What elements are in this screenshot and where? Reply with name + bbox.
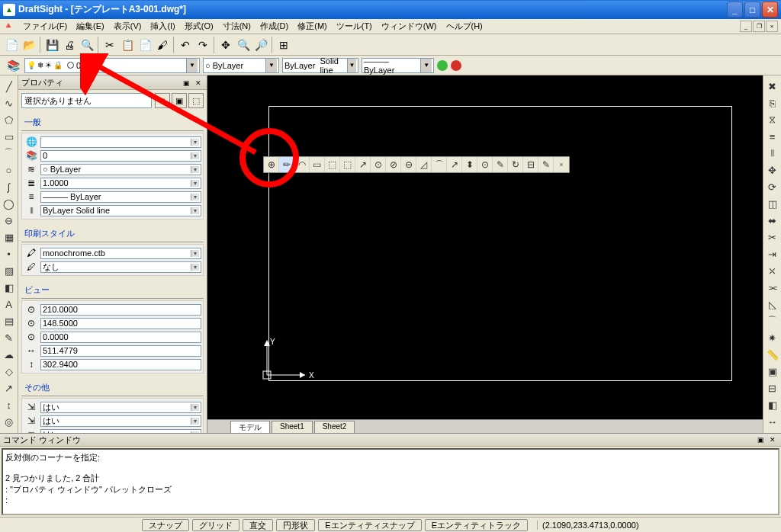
dim-ord-icon[interactable]: ⬚ — [340, 157, 355, 172]
cut-icon[interactable]: ✂ — [101, 37, 118, 53]
polygon-icon[interactable]: ⬠ — [2, 112, 17, 127]
property-field[interactable]: ○ ByLayer — [40, 164, 201, 175]
offset-icon[interactable]: ≡ — [765, 129, 780, 144]
redo-icon[interactable]: ↷ — [194, 37, 211, 53]
text-icon[interactable]: A — [2, 296, 17, 312]
paste-icon[interactable]: 📄 — [137, 37, 153, 53]
extend-icon[interactable]: ⇥ — [765, 246, 780, 261]
maximize-button[interactable]: □ — [744, 2, 760, 18]
snap-center-icon[interactable]: ◠ — [294, 157, 310, 172]
new-icon[interactable]: 📄 — [3, 37, 20, 53]
dim-linear-icon[interactable]: ▭ — [310, 157, 325, 172]
dim-leader-icon[interactable]: ↗ — [447, 157, 462, 172]
properties-body[interactable]: 一般 🌐 📚0≋○ ByLayer≣1.0000≡——— ByLayer⦀ByL… — [18, 111, 207, 433]
dropdown-icon[interactable]: ▼ — [186, 59, 198, 72]
ray-icon[interactable]: ↗ — [2, 380, 17, 396]
dim-aligned-icon[interactable]: ⬚ — [325, 157, 340, 172]
line-icon[interactable]: ╱ — [2, 79, 17, 94]
layer-manager-icon[interactable]: 📚 — [5, 57, 21, 74]
property-field[interactable]: ByLayer Solid line — [40, 205, 201, 216]
ellipse-arc-icon[interactable]: ⊖ — [2, 213, 17, 228]
fillet-icon[interactable]: ⌒ — [765, 313, 780, 328]
linetype-combo[interactable]: ByLayer Solid line ▼ — [282, 58, 358, 73]
mdi-restore-button[interactable]: ❐ — [753, 21, 765, 32]
donut-icon[interactable]: ◎ — [2, 414, 17, 429]
menu-modify[interactable]: 修正(M) — [293, 19, 332, 34]
arc-icon[interactable]: ⌒ — [2, 146, 17, 161]
circle-icon[interactable]: ○ — [2, 162, 17, 178]
property-field[interactable]: はい — [40, 402, 201, 413]
dropdown-icon[interactable]: ▼ — [265, 59, 277, 72]
dim-arc-icon[interactable]: ⊖ — [401, 157, 416, 172]
print-icon[interactable]: 🖨 — [61, 37, 78, 53]
dim-center-icon[interactable]: ⊙ — [477, 157, 493, 172]
dim-tol-icon[interactable]: ⬍ — [462, 157, 477, 172]
undo-icon[interactable]: ↶ — [177, 37, 194, 53]
wipeout-icon[interactable]: ◇ — [2, 364, 17, 379]
zoom-extents-icon[interactable]: 🔎 — [252, 37, 269, 53]
block-icon[interactable]: ▦ — [2, 229, 17, 245]
pick-icon[interactable]: ⬚ — [188, 93, 204, 108]
polyline-icon[interactable]: ∿ — [2, 95, 17, 111]
scale-icon[interactable]: ◫ — [765, 196, 780, 211]
region-props-icon[interactable]: ◧ — [765, 397, 780, 412]
status-esnap[interactable]: Eエンティティスナップ — [318, 519, 421, 531]
property-field[interactable] — [40, 136, 201, 148]
menu-edit[interactable]: 編集(E) — [72, 19, 109, 34]
snap-endpoint-icon[interactable]: ⊕ — [264, 157, 279, 172]
property-field[interactable]: はい — [40, 415, 201, 427]
dim-override-icon[interactable]: ✎ — [538, 157, 554, 172]
construction-icon[interactable]: ↕ — [2, 397, 17, 412]
rect-icon[interactable]: ▭ — [2, 129, 17, 144]
menu-format[interactable]: 形式(O) — [180, 19, 218, 34]
property-field[interactable]: 210.0000 — [40, 304, 201, 316]
close-button[interactable]: ✕ — [762, 2, 778, 18]
trim-icon[interactable]: ✂ — [765, 229, 780, 245]
pan-icon[interactable]: ✥ — [217, 37, 234, 53]
move-icon[interactable]: ✥ — [765, 162, 780, 178]
tab-sheet2[interactable]: Sheet2 — [314, 421, 355, 433]
dim-radius-icon[interactable]: ↗ — [355, 157, 371, 172]
ellipse-icon[interactable]: ◯ — [2, 196, 17, 211]
copy-icon[interactable]: 📋 — [119, 37, 136, 53]
toolbar-close-icon[interactable]: × — [554, 157, 569, 172]
dock-icon[interactable]: ▣ — [755, 434, 766, 445]
zoom-window-icon[interactable]: 🔍 — [235, 37, 252, 53]
dim-diameter-icon[interactable]: ⊙ — [371, 157, 386, 172]
save-icon[interactable]: 💾 — [43, 37, 60, 53]
floating-dim-toolbar[interactable]: ⊕ ✏ ◠ ▭ ⬚ ⬚ ↗ ⊙ ⊘ ⊖ ◿ ⌒ ↗ ⬍ ⊙ ✎ ↻ ⊟ ✎ × — [263, 156, 570, 173]
drawing-canvas[interactable]: X Y ⊕ ✏ ◠ ▭ ⬚ ⬚ ↗ ⊙ ⊘ ⊖ ◿ ⌒ ↗ ⬍ — [207, 75, 763, 419]
property-field[interactable]: 148.5000 — [40, 318, 201, 329]
paint-icon[interactable]: 🖌 — [154, 37, 171, 53]
dock-icon[interactable]: ▣ — [181, 78, 191, 88]
command-log[interactable]: 反対側のコーナーを指定: 2 見つかりました, 2 合計 : "プロパティ ウィ… — [2, 448, 779, 515]
status-ortho[interactable]: 直交 — [243, 519, 273, 531]
note-icon[interactable]: ✎ — [2, 330, 17, 345]
spline-icon[interactable]: ∫ — [2, 179, 17, 194]
dropdown-icon[interactable]: ▼ — [347, 59, 356, 72]
property-field[interactable]: 1.0000 — [40, 178, 201, 189]
mdi-min-button[interactable]: _ — [740, 21, 752, 32]
open-icon[interactable]: 📂 — [21, 37, 37, 53]
stretch-icon[interactable]: ⬌ — [765, 213, 780, 228]
property-field[interactable]: 0.0000 — [40, 332, 201, 343]
dim-edit-icon[interactable]: ✎ — [493, 157, 508, 172]
minimize-button[interactable]: _ — [727, 2, 743, 18]
cloud-icon[interactable]: ☁ — [2, 347, 17, 362]
mdi-close-button[interactable]: × — [766, 21, 778, 32]
menu-view[interactable]: 表示(V) — [109, 19, 146, 34]
property-field[interactable]: 511.4779 — [40, 345, 201, 357]
break-icon[interactable]: ⤬ — [765, 263, 780, 278]
hatch-icon[interactable]: ▨ — [2, 263, 17, 278]
menu-draw[interactable]: 作成(D) — [256, 19, 293, 34]
measure-icon[interactable]: 📏 — [765, 347, 780, 362]
tab-model[interactable]: モデル — [230, 421, 270, 433]
dim-style-icon[interactable]: ⊟ — [523, 157, 538, 172]
dim-angle-icon[interactable]: ⊘ — [386, 157, 401, 172]
property-field[interactable]: 302.9400 — [40, 359, 201, 370]
property-field[interactable]: ——— ByLayer — [40, 191, 201, 203]
erase-icon[interactable]: ✖ — [765, 79, 780, 94]
color-combo[interactable]: ○ ByLayer ▼ — [203, 58, 279, 73]
property-field[interactable]: はい — [40, 429, 201, 434]
dropdown-icon[interactable]: ▼ — [420, 59, 432, 72]
